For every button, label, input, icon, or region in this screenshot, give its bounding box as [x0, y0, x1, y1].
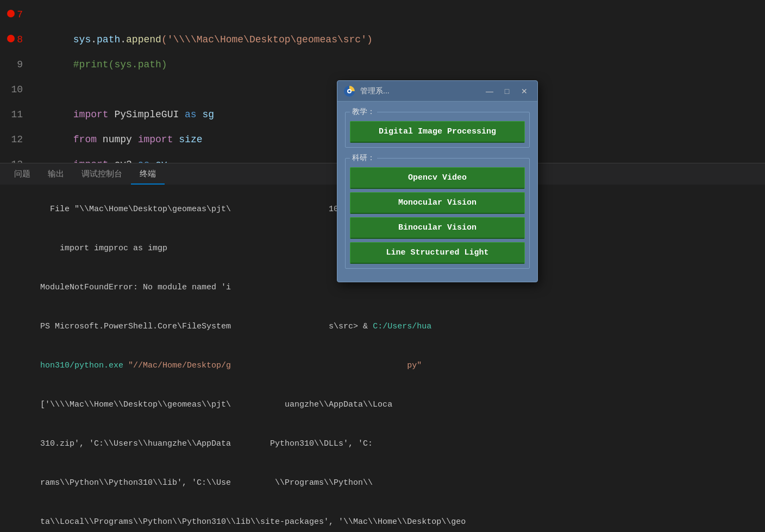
popup-title: 管理系... — [360, 86, 482, 96]
popup-window-controls: — □ ✕ — [482, 85, 532, 98]
close-button[interactable]: ✕ — [517, 85, 532, 98]
terminal-line-9: ta\\Local\\Programs\\Python\\Python310\\… — [11, 503, 754, 532]
research-section-label: 科研： — [350, 153, 377, 163]
terminal-line-4: PS Microsoft.PowerShell.Core\FileSystem … — [11, 307, 754, 346]
line-11-num: 11 — [0, 102, 27, 127]
code-line-7: sys.path.append('\\\\Mac\Home\Desktop\ge… — [38, 2, 765, 27]
monocular-vision-button[interactable]: Monocular Vision — [350, 192, 525, 214]
terminal-line-7: 310.zip', 'C:\\Users\\huangzhe\\AppData … — [11, 425, 754, 464]
terminal-line-5: hon310/python.exe "//Mac/Home/Desktop/g … — [11, 346, 754, 385]
opencv-video-button[interactable]: Opencv Video — [350, 167, 525, 189]
teaching-section: 教学： Digital Image Processing — [345, 107, 530, 148]
terminal-line-6: ['\\\\Mac\\Home\\Desktop\\geomeas\\pjt\ … — [11, 385, 754, 425]
svg-point-2 — [348, 90, 350, 92]
teaching-section-label: 教学： — [350, 107, 377, 117]
popup-app-icon — [343, 85, 356, 98]
tab-debug-console[interactable]: 调试控制台 — [73, 164, 131, 185]
app-logo-icon — [343, 85, 355, 97]
maximize-button[interactable]: □ — [499, 85, 515, 98]
line-structured-light-button[interactable]: Line Structured Light — [350, 242, 525, 264]
terminal-line-8: rams\\Python\\Python310\\lib', 'C:\\Use … — [11, 464, 754, 503]
line-9-num: 9 — [0, 52, 27, 77]
digital-image-processing-button[interactable]: Digital Image Processing — [350, 121, 525, 143]
line-8-num: 8 — [0, 27, 27, 52]
line-7-num: 7 — [0, 2, 27, 27]
line-numbers: 7 8 9 10 11 12 13 14 — [0, 0, 33, 163]
popup-titlebar: 管理系... — □ ✕ — [337, 81, 537, 102]
binocular-vision-button[interactable]: Binocular Vision — [350, 217, 525, 239]
line-12-num: 12 — [0, 127, 27, 152]
breakpoint-7 — [7, 10, 15, 17]
popup-window: 管理系... — □ ✕ 教学： Digital Image Processin… — [337, 80, 538, 282]
popup-body: 教学： Digital Image Processing 科研： Opencv … — [337, 102, 537, 282]
tab-problems[interactable]: 问题 — [5, 164, 39, 185]
breakpoint-8 — [7, 35, 15, 42]
tab-terminal[interactable]: 终端 — [131, 164, 165, 185]
tab-output[interactable]: 输出 — [39, 164, 73, 185]
line-10-num: 10 — [0, 77, 27, 102]
research-section: 科研： Opencv Video Monocular Vision Binocu… — [345, 153, 530, 269]
minimize-button[interactable]: — — [482, 85, 497, 98]
